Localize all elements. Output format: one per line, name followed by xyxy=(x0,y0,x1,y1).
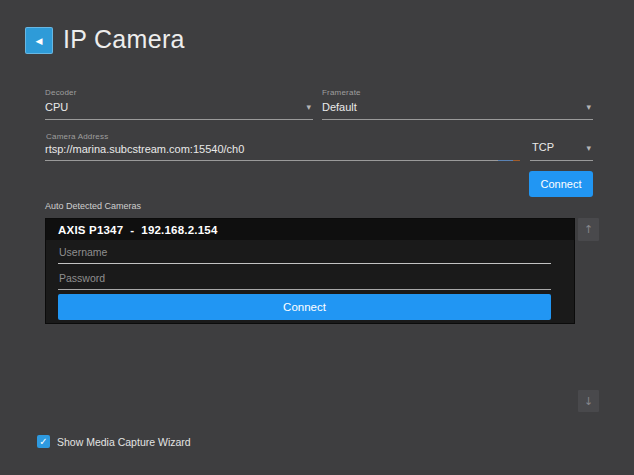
back-button[interactable]: ◀ xyxy=(25,27,53,54)
password-input[interactable] xyxy=(58,272,551,290)
decoder-label: Decoder xyxy=(45,88,313,97)
camera-address-input[interactable] xyxy=(45,143,520,155)
show-wizard-label[interactable]: Show Media Capture Wizard xyxy=(57,436,191,448)
scroll-up-icon: ↑ xyxy=(584,224,593,235)
decoder-value: CPU xyxy=(45,101,313,113)
camera-ip: 192.168.2.154 xyxy=(141,224,217,236)
camera-address-field: Camera Address xyxy=(45,132,520,161)
detected-camera-title: AXIS P1347 - 192.168.2.154 xyxy=(46,219,574,240)
username-input[interactable] xyxy=(58,246,551,264)
detected-camera-card: AXIS P1347 - 192.168.2.154 Connect xyxy=(45,218,575,324)
framerate-label: Framerate xyxy=(322,88,593,97)
page-title: IP Camera xyxy=(63,25,185,54)
show-wizard-checkbox[interactable]: ✓ xyxy=(37,435,50,448)
protocol-value: TCP xyxy=(532,141,554,153)
scroll-down-button[interactable]: ↓ xyxy=(578,390,599,412)
connect-button[interactable]: Connect xyxy=(529,171,593,197)
input-underline-accent-blue xyxy=(498,160,513,161)
chevron-down-icon[interactable]: ▾ xyxy=(586,103,591,112)
protocol-dropdown[interactable]: TCP ▾ xyxy=(530,132,593,161)
back-arrow-icon: ◀ xyxy=(36,36,43,46)
input-underline xyxy=(45,160,520,161)
camera-connect-button[interactable]: Connect xyxy=(58,294,551,320)
chevron-down-icon[interactable]: ▾ xyxy=(586,144,591,153)
scroll-up-button[interactable]: ↑ xyxy=(578,218,599,241)
framerate-dropdown[interactable]: Framerate Default ▾ xyxy=(322,88,593,120)
camera-title-separator: - xyxy=(130,224,134,236)
scroll-down-icon: ↓ xyxy=(584,396,593,407)
input-underline-accent-orange xyxy=(513,160,520,161)
decoder-dropdown[interactable]: Decoder CPU ▾ xyxy=(45,88,313,120)
camera-address-label: Camera Address xyxy=(46,132,108,141)
camera-model: AXIS P1347 xyxy=(58,224,123,236)
chevron-down-icon[interactable]: ▾ xyxy=(306,103,311,112)
auto-detected-cameras-label: Auto Detected Cameras xyxy=(45,201,141,211)
framerate-value: Default xyxy=(322,101,593,113)
checkmark-icon: ✓ xyxy=(39,436,47,447)
